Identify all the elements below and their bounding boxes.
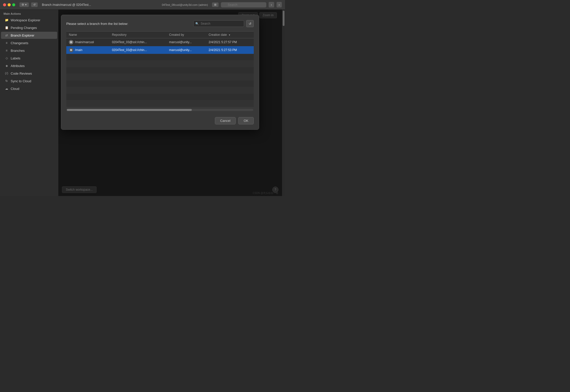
gear-button[interactable]: ⚙▾ [19,2,29,7]
avatar: M [69,48,73,52]
cancel-button[interactable]: Cancel [215,117,236,124]
close-button[interactable] [3,3,6,6]
ok-button[interactable]: OK [238,117,254,124]
table-row-empty [66,61,254,67]
code-reviews-icon: ⟨/⟩ [5,71,9,75]
titlebar-search-input[interactable] [221,2,266,8]
created-by-cell: marcusl@unity... [167,46,206,54]
sidebar-item-sync-to-cloud[interactable]: ↻ Sync to Cloud [1,77,57,85]
branch-select-dialog: Please select a branch from the list bel… [61,15,259,130]
traffic-lights [3,3,15,6]
nav-back-button[interactable]: ‹ [268,2,274,8]
pending-changes-icon: 📋 [5,26,9,30]
titlebar: ⚙▾ ↺ Branch /main/marcusl @ 0204Test... … [0,0,285,10]
sidebar-item-label: Cloud [11,87,19,91]
sidebar-item-branches[interactable]: ≡ Branches [1,47,57,54]
main-layout: Main Actions 📁 Workspace Explorer 📋 Pend… [0,10,285,196]
sidebar-item-label: Branches [11,49,25,53]
sidebar-item-label: Workspace Explorer [11,18,40,22]
sidebar-item-changesets[interactable]: ≡ Changesets [1,39,57,46]
table-header-row: Name Repository Created by Creation date… [66,31,254,38]
repository-cell: 0204Test_03@ssl://chin... [109,38,167,46]
nav-forward-button[interactable]: › [276,2,282,8]
layout-icon: ⊞ [214,3,216,6]
branch-table: Name Repository Created by Creation date… [66,31,254,107]
sidebar-item-code-reviews[interactable]: ⟨/⟩ Code Reviews [1,70,57,77]
attributes-icon: ◈ [5,64,9,68]
right-scrollbar-thumb[interactable] [283,11,284,26]
dialog-search-wrap: 🔍 ↺ [193,20,254,27]
sidebar-item-label: Labels [11,56,20,60]
right-scrollbar[interactable] [282,10,285,196]
labels-icon: ◇ [5,56,9,60]
column-header-repository: Repository [109,31,167,38]
table-row-empty [66,74,254,80]
content-area: Zoom out Zoom in Please select a branch … [58,10,282,196]
column-header-created-by: Created by [167,31,206,38]
changesets-icon: ≡ [5,41,9,45]
table-row-empty [66,80,254,87]
sidebar-item-label: Attributes [11,64,25,68]
dialog-header: Please select a branch from the list bel… [66,20,254,27]
table-row[interactable]: M /main/marcusl 0204Test_03@ssl://chin..… [66,38,254,46]
sidebar-item-labels[interactable]: ◇ Labels [1,55,57,62]
creation-date-cell: 2/4/2021 5:27:57 PM [206,38,254,46]
dialog-search-container: 🔍 [193,20,244,27]
sidebar: Main Actions 📁 Workspace Explorer 📋 Pend… [0,10,58,196]
column-header-creation-date[interactable]: Creation date ▾ [206,31,254,38]
sidebar-item-label: Branch Explorer [11,34,34,37]
refresh-icon: ↺ [33,3,36,6]
sidebar-item-branch-explorer[interactable]: ⇄ Branch Explorer [1,32,57,39]
created-by-cell: marcusl@unity... [167,38,206,46]
table-row[interactable]: M /main 0204Test_03@ssl://chin... marcus… [66,46,254,54]
dialog-search-icon: 🔍 [195,22,199,25]
sidebar-item-label: Code Reviews [11,72,32,75]
dialog-footer: Cancel OK [66,117,254,124]
sidebar-item-label: Changesets [11,41,28,45]
cloud-icon: ☁ [5,87,9,91]
repository-cell: 0204Test_03@ssl://chin... [109,46,167,54]
branch-name-cell: M /main/marcusl [66,38,109,46]
dialog-title: Please select a branch from the list bel… [66,22,128,26]
sidebar-item-cloud[interactable]: ☁ Cloud [1,85,57,92]
table-row-empty [66,67,254,74]
titlebar-search-wrap: 🔍 [221,2,266,8]
creation-date-cell: 2/4/2021 5:27:53 PM [206,46,254,54]
refresh-button[interactable]: ↺ [31,2,38,7]
refresh-icon: ↺ [249,22,251,26]
sidebar-section-main-actions: Main Actions [0,10,58,16]
scrollbar-thumb[interactable] [67,109,192,111]
gear-icon: ⚙ [22,3,24,6]
minimize-button[interactable] [8,3,11,6]
dialog-refresh-button[interactable]: ↺ [246,20,254,27]
user-label: 04Test_08cusl@unity3d.com (admin) [162,3,208,6]
avatar: M [69,40,73,44]
workspace-explorer-icon: 📁 [5,18,9,22]
horizontal-scrollbar[interactable] [66,107,254,113]
branch-name-cell: M /main [66,46,109,54]
table-row-empty [66,87,254,94]
branch-explorer-icon: ⇄ [5,33,9,37]
layout-button[interactable]: ⊞ [212,2,219,7]
branches-icon: ≡ [5,48,9,53]
table-row-empty [66,94,254,100]
sidebar-item-label: Pending Changes [11,26,37,30]
scrollbar-track [67,109,253,111]
sidebar-item-workspace-explorer[interactable]: 📁 Workspace Explorer [1,17,57,24]
sidebar-item-pending-changes[interactable]: 📋 Pending Changes [1,24,57,31]
sidebar-item-label: Sync to Cloud [11,79,31,83]
table-row-empty [66,100,254,107]
column-header-name: Name [66,31,109,38]
sidebar-item-attributes[interactable]: ◈ Attributes [1,62,57,69]
sort-arrow-icon: ▾ [229,34,230,36]
branch-label: Branch /main/marcusl @ 0204Test... [42,3,91,7]
dialog-search-input[interactable] [193,20,244,27]
table-row-empty [66,54,254,61]
maximize-button[interactable] [12,3,15,6]
sync-to-cloud-icon: ↻ [5,79,9,83]
